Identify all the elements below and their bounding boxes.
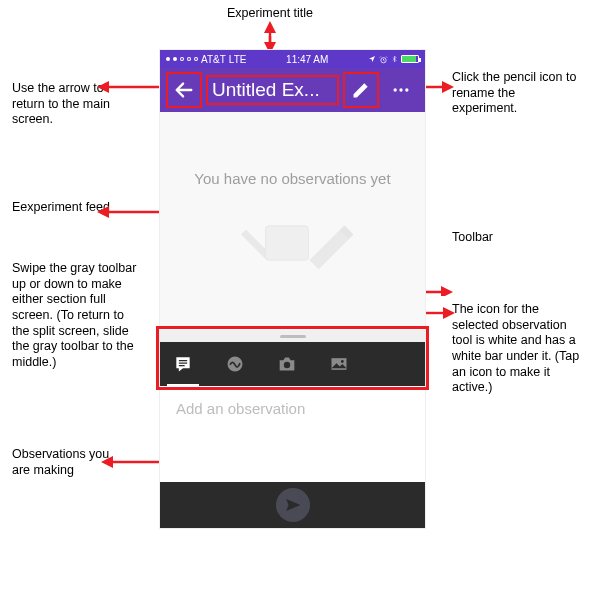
svg-marker-10 bbox=[441, 286, 453, 296]
observation-placeholder: Add an observation bbox=[176, 400, 305, 417]
svg-marker-7 bbox=[442, 81, 454, 93]
svg-point-21 bbox=[284, 362, 290, 368]
svg-point-17 bbox=[399, 88, 402, 91]
callout-title: Experiment title bbox=[200, 6, 340, 22]
gallery-tool[interactable] bbox=[326, 351, 352, 377]
callout-toolbar: Toolbar bbox=[452, 230, 552, 246]
camera-tool[interactable] bbox=[274, 351, 300, 377]
battery-icon bbox=[401, 55, 419, 63]
send-button[interactable] bbox=[276, 488, 310, 522]
pencil-icon bbox=[351, 80, 371, 100]
rename-button[interactable] bbox=[343, 72, 379, 108]
observation-input[interactable]: Add an observation bbox=[160, 386, 425, 482]
carrier-label: AT&T bbox=[201, 54, 226, 65]
callout-pencil: Click the pencil icon to rename the expe… bbox=[452, 70, 582, 117]
alarm-icon bbox=[379, 55, 388, 64]
experiment-title[interactable]: Untitled Ex... bbox=[206, 75, 339, 105]
network-label: LTE bbox=[229, 54, 247, 65]
camera-icon bbox=[276, 353, 298, 375]
bottom-bar bbox=[160, 482, 425, 528]
toolbar-section bbox=[160, 330, 425, 386]
svg-marker-9 bbox=[97, 206, 109, 218]
note-tool[interactable] bbox=[170, 351, 196, 377]
send-icon bbox=[284, 496, 302, 514]
svg-marker-12 bbox=[443, 307, 455, 319]
experiment-feed: You have no observations yet bbox=[160, 112, 425, 330]
svg-point-18 bbox=[405, 88, 408, 91]
gallery-icon bbox=[329, 354, 349, 374]
svg-marker-14 bbox=[101, 456, 113, 468]
svg-marker-5 bbox=[97, 81, 109, 93]
svg-point-16 bbox=[394, 88, 397, 91]
phone-frame: AT&T LTE 11:47 AM Untitled Ex... You hav… bbox=[160, 50, 425, 528]
back-button[interactable] bbox=[166, 72, 202, 108]
overflow-button[interactable] bbox=[383, 72, 419, 108]
overflow-icon bbox=[391, 80, 411, 100]
toolbar-grip[interactable] bbox=[160, 330, 425, 342]
observation-toolbar bbox=[160, 342, 425, 386]
arrow-left-icon bbox=[173, 79, 195, 101]
app-bar: Untitled Ex... bbox=[160, 68, 425, 112]
svg-rect-19 bbox=[265, 225, 308, 259]
sensor-tool[interactable] bbox=[222, 351, 248, 377]
location-icon bbox=[368, 55, 376, 63]
callout-swipe: Swipe the gray toolbar up or down to mak… bbox=[12, 261, 142, 370]
status-bar: AT&T LTE 11:47 AM bbox=[160, 50, 425, 68]
clock: 11:47 AM bbox=[250, 54, 364, 65]
feed-empty-text: You have no observations yet bbox=[194, 170, 390, 187]
svg-marker-1 bbox=[264, 21, 276, 33]
feed-illustration bbox=[223, 213, 363, 273]
note-icon bbox=[173, 354, 193, 374]
callout-selected: The icon for the selected observation to… bbox=[452, 302, 582, 396]
svg-point-23 bbox=[341, 360, 344, 363]
sensor-icon bbox=[225, 354, 245, 374]
bluetooth-icon bbox=[391, 54, 398, 64]
